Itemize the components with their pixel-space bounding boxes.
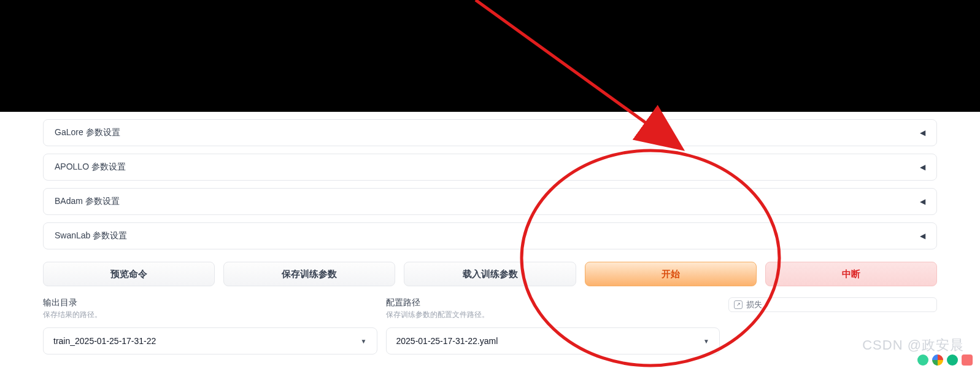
output-dir-label: 输出目录 [43,297,377,308]
lower-row: 输出目录 保存结果的路径。 train_2025-01-25-17-31-22 … [43,297,937,354]
output-dir-dropdown[interactable]: train_2025-01-25-17-31-22 ▼ [43,327,377,354]
abort-button[interactable]: 中断 [765,262,937,286]
config-path-block: 配置路径 保存训练参数的配置文件路径。 2025-01-25-17-31-22.… [386,297,720,354]
app-icon [962,354,973,366]
chrome-icon [932,354,943,366]
triangle-left-icon: ◀ [920,128,925,137]
preview-command-button[interactable]: 预览命令 [43,262,215,286]
accordion-label: SwanLab 参数设置 [55,230,127,241]
wechat-icon [947,354,958,366]
caret-down-icon: ▼ [361,338,367,345]
button-row: 预览命令 保存训练参数 载入训练参数 开始 中断 [43,262,937,286]
app-icon [917,354,928,366]
output-dir-block: 输出目录 保存结果的路径。 train_2025-01-25-17-31-22 … [43,297,377,354]
redacted-top-region [0,0,980,112]
triangle-left-icon: ◀ [920,232,925,240]
config-path-dropdown[interactable]: 2025-01-25-17-31-22.yaml ▼ [386,327,720,354]
accordion-apollo[interactable]: APOLLO 参数设置 ◀ [43,154,937,181]
loss-panel-block: ↗ 损失 [728,297,937,312]
accordion-label: BAdam 参数设置 [55,196,120,207]
accordion-label: GaLore 参数设置 [55,127,120,138]
load-training-params-button[interactable]: 载入训练参数 [404,262,576,286]
triangle-left-icon: ◀ [920,197,925,206]
output-dir-value: train_2025-01-25-17-31-22 [53,336,156,346]
taskbar-icons [917,354,973,366]
expand-icon: ↗ [734,300,743,309]
loss-panel-header[interactable]: ↗ 损失 [728,297,937,312]
accordion-galore[interactable]: GaLore 参数设置 ◀ [43,119,937,146]
config-path-value: 2025-01-25-17-31-22.yaml [396,336,498,346]
triangle-left-icon: ◀ [920,163,925,171]
accordion-label: APOLLO 参数设置 [55,162,126,173]
start-button[interactable]: 开始 [585,262,757,286]
output-dir-desc: 保存结果的路径。 [43,310,377,320]
accordion-badam[interactable]: BAdam 参数设置 ◀ [43,188,937,215]
caret-down-icon: ▼ [703,338,709,345]
main-content: GaLore 参数设置 ◀ APOLLO 参数设置 ◀ BAdam 参数设置 ◀… [0,119,980,354]
config-path-label: 配置路径 [386,297,720,308]
config-path-desc: 保存训练参数的配置文件路径。 [386,310,720,320]
loss-panel-label: 损失 [746,299,762,310]
save-training-params-button[interactable]: 保存训练参数 [223,262,395,286]
accordion-swanlab[interactable]: SwanLab 参数设置 ◀ [43,222,937,249]
